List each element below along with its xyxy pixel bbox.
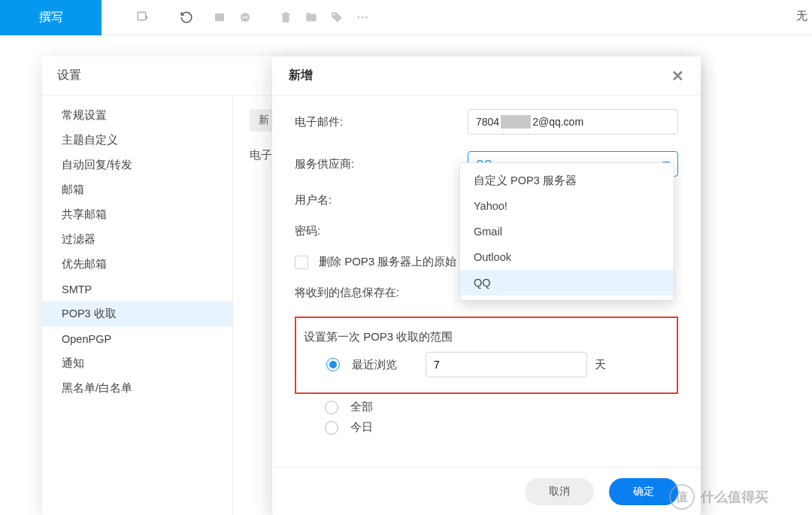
folder-move-icon[interactable] xyxy=(298,0,324,35)
compose-button[interactable]: 撰写 xyxy=(0,0,102,35)
sidebar-item-2[interactable]: 自动回复/转发 xyxy=(42,153,232,177)
label-save-to: 将收到的信息保存在: xyxy=(295,286,468,300)
svg-point-7 xyxy=(365,17,368,19)
more-icon[interactable] xyxy=(350,0,375,35)
label-provider: 服务供应商: xyxy=(295,157,468,171)
radio-today[interactable] xyxy=(325,421,338,435)
label-email: 电子邮件: xyxy=(295,115,468,129)
refresh-icon[interactable] xyxy=(174,0,199,35)
watermark-text: 什么值得买 xyxy=(701,488,768,506)
sidebar-item-1[interactable]: 主题自定义 xyxy=(42,128,232,153)
sidebar-item-9[interactable]: OpenPGP xyxy=(42,326,232,351)
provider-option-4[interactable]: QQ xyxy=(460,270,674,295)
scope-highlight-box: 设置第一次 POP3 收取的范围 最近浏览 天 xyxy=(295,317,678,394)
label-all: 全部 xyxy=(350,400,373,414)
label-username: 用户名: xyxy=(295,193,468,208)
archive-icon[interactable] xyxy=(207,0,232,35)
modal-title: 新增 xyxy=(289,68,313,83)
provider-option-1[interactable]: Yahoo! xyxy=(460,193,674,219)
toolbar-right-text: 无 xyxy=(796,9,807,23)
trash-icon[interactable] xyxy=(273,0,298,35)
sidebar-item-0[interactable]: 常规设置 xyxy=(42,103,232,128)
tag-icon[interactable] xyxy=(324,0,350,35)
settings-sidebar: 常规设置主题自定义自动回复/转发邮箱共享邮箱过滤器优先邮箱SMTPPOP3 收取… xyxy=(42,95,233,515)
svg-rect-0 xyxy=(138,12,146,20)
cancel-button[interactable]: 取消 xyxy=(525,478,594,505)
sidebar-item-11[interactable]: 黑名单/白名单 xyxy=(42,376,232,401)
provider-option-2[interactable]: Gmail xyxy=(460,219,674,244)
label-delete-original: 删除 POP3 服务器上的原始 xyxy=(319,255,456,269)
radio-recent[interactable] xyxy=(326,358,340,371)
ok-button[interactable]: 确定 xyxy=(609,478,678,505)
watermark: 值 什么值得买 xyxy=(669,482,812,512)
sidebar-item-3[interactable]: 邮箱 xyxy=(42,177,232,202)
radio-all[interactable] xyxy=(325,401,338,414)
sidebar-item-5[interactable]: 过滤器 xyxy=(42,227,232,252)
label-password: 密码: xyxy=(295,224,468,238)
watermark-icon: 值 xyxy=(669,484,695,510)
svg-point-6 xyxy=(362,17,364,19)
email-field[interactable]: 7804 2@qq.com xyxy=(468,109,678,135)
sidebar-item-4[interactable]: 共享邮箱 xyxy=(42,202,232,227)
spam-icon[interactable] xyxy=(232,0,258,35)
label-days-suffix: 天 xyxy=(595,358,606,372)
sidebar-item-7[interactable]: SMTP xyxy=(42,277,232,301)
app-toolbar: 撰写 无 xyxy=(0,0,812,35)
sidebar-item-10[interactable]: 通知 xyxy=(42,351,232,376)
checkbox-dropdown-icon[interactable] xyxy=(130,0,156,35)
email-value-prefix: 7804 xyxy=(476,116,499,128)
svg-rect-3 xyxy=(242,17,248,18)
label-scope-header: 设置第一次 POP3 收取的范围 xyxy=(304,330,677,344)
svg-rect-1 xyxy=(215,14,224,22)
provider-option-3[interactable]: Outlook xyxy=(460,244,674,270)
svg-point-5 xyxy=(357,17,359,19)
provider-option-0[interactable]: 自定义 POP3 服务器 xyxy=(460,168,674,193)
sidebar-item-8[interactable]: POP3 收取 xyxy=(42,301,232,326)
svg-point-4 xyxy=(333,14,335,15)
delete-original-checkbox[interactable] xyxy=(295,256,308,269)
sidebar-item-6[interactable]: 优先邮箱 xyxy=(42,252,232,277)
email-value-suffix: 2@qq.com xyxy=(532,116,583,128)
label-recent: 最近浏览 xyxy=(352,358,397,372)
provider-dropdown: 自定义 POP3 服务器Yahoo!GmailOutlookQQ xyxy=(459,162,674,301)
label-today: 今日 xyxy=(350,420,373,435)
close-icon[interactable]: ✕ xyxy=(671,67,684,85)
email-masked-part xyxy=(501,115,531,129)
days-input[interactable] xyxy=(426,352,587,377)
